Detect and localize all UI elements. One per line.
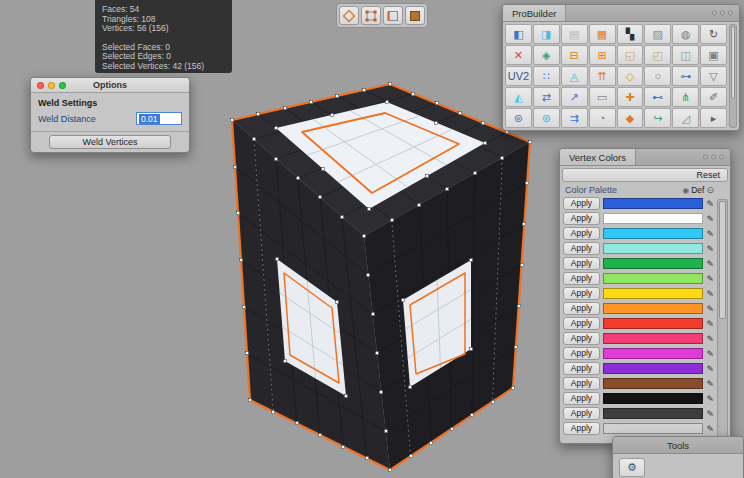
- probuilder-tool-button[interactable]: ⋔: [672, 87, 699, 107]
- probuilder-tool-button[interactable]: ◿: [672, 108, 699, 128]
- probuilder-tool-button[interactable]: ◫: [672, 45, 699, 65]
- apply-color-button[interactable]: Apply: [563, 422, 600, 435]
- edit-color-icon[interactable]: ✎: [706, 214, 714, 224]
- probuilder-tool-button[interactable]: ◰: [644, 45, 671, 65]
- palette-asset-field[interactable]: ◉ Def ⊙: [682, 185, 714, 195]
- edge-select-mode-button[interactable]: [383, 6, 403, 25]
- color-swatch[interactable]: [603, 408, 703, 419]
- scene-viewport[interactable]: [150, 70, 570, 478]
- edit-color-icon[interactable]: ✎: [706, 259, 714, 269]
- edit-color-icon[interactable]: ✎: [706, 409, 714, 419]
- edit-color-icon[interactable]: ✎: [706, 379, 714, 389]
- window-control-dot[interactable]: [719, 155, 724, 160]
- options-titlebar[interactable]: Options: [31, 78, 189, 93]
- probuilder-tool-button[interactable]: ✐: [700, 87, 727, 107]
- probuilder-tool-button[interactable]: ◍: [672, 24, 699, 44]
- window-control-dot[interactable]: [720, 11, 725, 16]
- apply-color-button[interactable]: Apply: [563, 257, 600, 270]
- color-swatch[interactable]: [603, 363, 703, 374]
- color-swatch[interactable]: [603, 393, 703, 404]
- color-swatch[interactable]: [603, 198, 703, 209]
- edit-color-icon[interactable]: ✎: [706, 319, 714, 329]
- apply-color-button[interactable]: Apply: [563, 242, 600, 255]
- probuilder-tool-button[interactable]: ✕: [505, 45, 532, 65]
- vertex-colors-window-controls[interactable]: [703, 155, 724, 160]
- probuilder-tool-button[interactable]: ⊶: [672, 66, 699, 86]
- close-button[interactable]: [37, 82, 44, 89]
- color-swatch[interactable]: [603, 333, 703, 344]
- edit-color-icon[interactable]: ✎: [706, 304, 714, 314]
- edit-color-icon[interactable]: ✎: [706, 229, 714, 239]
- probuilder-titlebar[interactable]: ProBuilder: [503, 5, 739, 22]
- probuilder-tool-button[interactable]: ⊚: [505, 108, 532, 128]
- probuilder-tool-button[interactable]: ◬: [561, 66, 588, 86]
- zoom-button[interactable]: [59, 82, 66, 89]
- probuilder-tool-button[interactable]: ▤: [561, 24, 588, 44]
- probuilder-tool-button[interactable]: ◈: [533, 45, 560, 65]
- apply-color-button[interactable]: Apply: [563, 362, 600, 375]
- probuilder-window-controls[interactable]: [712, 11, 733, 16]
- probuilder-tool-button[interactable]: ▚: [617, 24, 644, 44]
- probuilder-tool-button[interactable]: ∷: [533, 66, 560, 86]
- probuilder-tool-button[interactable]: ⊞: [589, 45, 616, 65]
- color-swatch[interactable]: [603, 348, 703, 359]
- probuilder-tool-button[interactable]: ↪: [644, 108, 671, 128]
- apply-color-button[interactable]: Apply: [563, 302, 600, 315]
- color-swatch[interactable]: [603, 243, 703, 254]
- edit-color-icon[interactable]: ✎: [706, 424, 714, 434]
- probuilder-tool-button[interactable]: ◧: [505, 24, 532, 44]
- probuilder-scrollbar[interactable]: [729, 24, 737, 128]
- vertex-colors-scrollbar[interactable]: [717, 199, 728, 440]
- probuilder-tool-button[interactable]: ⊛: [533, 108, 560, 128]
- minimize-button[interactable]: [48, 82, 55, 89]
- color-swatch[interactable]: [603, 273, 703, 284]
- probuilder-tool-button[interactable]: ◭: [505, 87, 532, 107]
- color-swatch[interactable]: [603, 378, 703, 389]
- vertex-colors-titlebar[interactable]: Vertex Colors: [560, 149, 730, 166]
- apply-color-button[interactable]: Apply: [563, 197, 600, 210]
- probuilder-tool-button[interactable]: ⇄: [533, 87, 560, 107]
- edit-color-icon[interactable]: ✎: [706, 289, 714, 299]
- window-control-dot[interactable]: [728, 11, 733, 16]
- apply-color-button[interactable]: Apply: [563, 317, 600, 330]
- color-swatch[interactable]: [603, 423, 703, 434]
- probuilder-tool-button[interactable]: ⇈: [589, 66, 616, 86]
- vertex-colors-scrollbar-thumb[interactable]: [719, 201, 726, 319]
- apply-color-button[interactable]: Apply: [563, 227, 600, 240]
- probuilder-tool-button[interactable]: UV2: [505, 66, 532, 86]
- apply-color-button[interactable]: Apply: [563, 377, 600, 390]
- probuilder-tool-button[interactable]: ↗: [561, 87, 588, 107]
- probuilder-tool-button[interactable]: ↻: [700, 24, 727, 44]
- probuilder-tool-button[interactable]: ▭: [589, 87, 616, 107]
- color-swatch[interactable]: [603, 303, 703, 314]
- apply-color-button[interactable]: Apply: [563, 332, 600, 345]
- reset-button[interactable]: Reset: [562, 168, 728, 182]
- apply-color-button[interactable]: Apply: [563, 272, 600, 285]
- probuilder-tool-button[interactable]: ○: [644, 66, 671, 86]
- edit-color-icon[interactable]: ✎: [706, 349, 714, 359]
- edit-color-icon[interactable]: ✎: [706, 334, 714, 344]
- object-select-mode-button[interactable]: [339, 6, 359, 25]
- color-swatch[interactable]: [603, 288, 703, 299]
- apply-color-button[interactable]: Apply: [563, 212, 600, 225]
- edit-color-icon[interactable]: ✎: [706, 244, 714, 254]
- edit-color-icon[interactable]: ✎: [706, 199, 714, 209]
- vertex-select-mode-button[interactable]: [361, 6, 381, 25]
- color-swatch[interactable]: [603, 213, 703, 224]
- window-control-dot[interactable]: [703, 155, 708, 160]
- probuilder-tool-button[interactable]: ▨: [644, 24, 671, 44]
- apply-color-button[interactable]: Apply: [563, 392, 600, 405]
- probuilder-tool-button[interactable]: ◆: [617, 108, 644, 128]
- weld-vertices-button[interactable]: Weld Vertices: [49, 135, 171, 149]
- probuilder-tool-button[interactable]: ✚: [617, 87, 644, 107]
- probuilder-tool-button[interactable]: ⊟: [561, 45, 588, 65]
- probuilder-tool-button[interactable]: ◱: [617, 45, 644, 65]
- edit-color-icon[interactable]: ✎: [706, 364, 714, 374]
- probuilder-tool-button[interactable]: ▽: [700, 66, 727, 86]
- probuilder-tool-button[interactable]: ▣: [700, 45, 727, 65]
- probuilder-tab[interactable]: ProBuilder: [503, 5, 566, 21]
- probuilder-tool-button[interactable]: ⇉: [561, 108, 588, 128]
- probuilder-tool-button[interactable]: ⊷: [644, 87, 671, 107]
- probuilder-tool-button[interactable]: ◇: [617, 66, 644, 86]
- face-select-mode-button[interactable]: [405, 6, 425, 25]
